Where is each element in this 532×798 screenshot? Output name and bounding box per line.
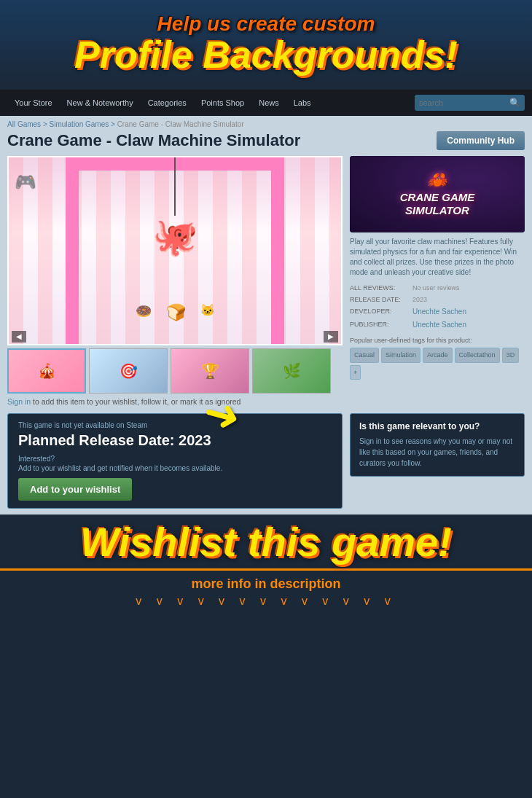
screenshot-prev[interactable]: ◀ — [12, 331, 26, 343]
bottom-desc-text: more info in description — [15, 576, 517, 592]
release-left: This game is not yet available on Steam … — [7, 413, 343, 509]
meta-publisher-row: PUBLISHER: Unechte Sachen — [350, 318, 525, 332]
breadcrumb: All Games > Simulation Games > Crane Gam… — [7, 120, 525, 128]
search-input[interactable] — [419, 98, 506, 107]
main-screenshot: 🐙 🍩 🍞 🐱 🎮 ◀ ▶ — [7, 156, 343, 345]
chevrons: v v v v v v v v v v v v v — [15, 595, 517, 608]
nav-categories[interactable]: Categories — [141, 90, 194, 116]
game-logo-icon: 🦀 — [400, 171, 475, 189]
bottom-section: more info in description v v v v v v v v… — [0, 568, 532, 608]
meta-publisher-value[interactable]: Unechte Sachen — [412, 318, 466, 332]
meta-developer-value[interactable]: Unechte Sachen — [412, 305, 466, 318]
release-right: Is this game relevant to you? Sign in to… — [350, 413, 525, 509]
tag-3d[interactable]: 3D — [502, 348, 520, 362]
item-2: 🍞 — [166, 303, 186, 322]
meta-release-label: RELEASE DATE: — [350, 294, 408, 305]
steam-navbar: Your Store New & Noteworthy Categories P… — [0, 90, 532, 116]
game-description: Play all your favorite claw machines! Fe… — [350, 237, 525, 278]
tag-casual[interactable]: Casual — [350, 348, 379, 362]
sign-in-link[interactable]: Sign in — [7, 397, 31, 406]
nav-points-shop[interactable]: Points Shop — [194, 90, 251, 116]
thumbnail-2[interactable]: 🎯 — [89, 348, 168, 394]
thumbnail-4[interactable]: 🌿 — [252, 348, 331, 394]
breadcrumb-simulation[interactable]: Simulation Games — [50, 120, 109, 128]
breadcrumb-all-games[interactable]: All Games — [7, 120, 41, 128]
game-meta: ALL REVIEWS: No user reviews RELEASE DAT… — [350, 282, 525, 380]
search-icon: 🔍 — [509, 98, 520, 108]
steam-content: All Games > Simulation Games > Crane Gam… — [0, 116, 532, 410]
main-banner-text: Profile Backgrounds! — [15, 36, 517, 74]
game-logo: 🦀 CRANE GAME SIMULATOR — [350, 156, 525, 232]
meta-developer-label: DEVELOPER: — [350, 305, 408, 318]
game-logo-text: 🦀 CRANE GAME SIMULATOR — [400, 171, 475, 217]
wishlist-notice: Add to your wishlist and get notified wh… — [18, 464, 332, 472]
planned-release: Planned Release Date: 2023 — [18, 432, 332, 449]
screenshot-nav: ◀ ▶ — [9, 331, 341, 343]
wishlist-banner-text: Wishlist this game! — [15, 522, 517, 563]
game-left-panel: 🐙 🍩 🍞 🐱 🎮 ◀ ▶ 🎪 🎯 — [7, 156, 343, 394]
search-bar: 🔍 — [415, 95, 525, 111]
nav-labs[interactable]: Labs — [286, 90, 318, 116]
page-header: Crane Game - Claw Machine Simulator Comm… — [7, 131, 525, 150]
sign-in-notice: Sign in to add this item to your wishlis… — [7, 394, 525, 407]
thumbnail-1[interactable]: 🎪 — [7, 348, 86, 394]
page-title: Crane Game - Claw Machine Simulator — [7, 131, 300, 150]
not-available-box: This game is not yet available on Steam … — [7, 413, 343, 509]
game-right-panel: 🦀 CRANE GAME SIMULATOR Play all your fav… — [350, 156, 525, 394]
item-3: 🐱 — [200, 303, 215, 322]
tag-arcade[interactable]: Arcade — [423, 348, 453, 362]
sign-in-text: to add this item to your wishlist, follo… — [33, 397, 240, 406]
meta-developer-row: DEVELOPER: Unechte Sachen — [350, 305, 525, 318]
add-wishlist-button[interactable]: Add to your wishlist — [18, 478, 132, 501]
wishlist-banner: Wishlist this game! — [0, 515, 532, 568]
thumbnail-strip: 🎪 🎯 🏆 🌿 — [7, 348, 343, 394]
meta-release-value: 2023 — [412, 294, 427, 305]
thumbnail-3[interactable]: 🏆 — [171, 348, 249, 394]
relevance-text: Sign in to see reasons why you may or ma… — [359, 436, 515, 469]
relevance-box: Is this game relevant to you? Sign in to… — [350, 413, 525, 477]
meta-publisher-label: PUBLISHER: — [350, 318, 408, 332]
item-1: 🍩 — [136, 303, 152, 322]
release-section: ➜ This game is not yet available on Stea… — [0, 410, 532, 515]
community-hub-button[interactable]: Community Hub — [437, 131, 525, 150]
top-banner: Help us create custom Profile Background… — [0, 0, 532, 90]
tag-more[interactable]: + — [350, 365, 361, 380]
screenshot-next[interactable]: ▶ — [324, 331, 338, 343]
nav-new-noteworthy[interactable]: New & Noteworthy — [60, 90, 141, 116]
meta-reviews-value: No user reviews — [412, 282, 460, 294]
tag-simulation[interactable]: Simulation — [381, 348, 420, 362]
meta-release-row: RELEASE DATE: 2023 — [350, 294, 525, 305]
interested-label: Interested? — [18, 455, 332, 463]
breadcrumb-current: Crane Game - Claw Machine Simulator — [117, 120, 244, 128]
meta-reviews-row: ALL REVIEWS: No user reviews — [350, 282, 525, 294]
wishlist-btn-area: Add to your wishlist — [18, 478, 332, 501]
tag-collectathon[interactable]: Collectathon — [455, 348, 500, 362]
game-section: 🐙 🍩 🍞 🐱 🎮 ◀ ▶ 🎪 🎯 — [7, 156, 525, 394]
nav-your-store[interactable]: Your Store — [7, 90, 60, 116]
tags-row: Casual Simulation Arcade Collectathon 3D… — [350, 348, 525, 379]
meta-reviews-label: ALL REVIEWS: — [350, 282, 408, 294]
help-text: Help us create custom — [15, 13, 517, 36]
side-machines: 🎮 — [15, 172, 36, 192]
tags-label: Popular user-defined tags for this produ… — [350, 335, 525, 346]
not-available-label: This game is not yet available on Steam — [18, 421, 332, 429]
game-screenshot-art: 🐙 — [152, 216, 197, 258]
relevance-title: Is this game relevant to you? — [359, 421, 515, 431]
nav-news[interactable]: News — [251, 90, 286, 116]
